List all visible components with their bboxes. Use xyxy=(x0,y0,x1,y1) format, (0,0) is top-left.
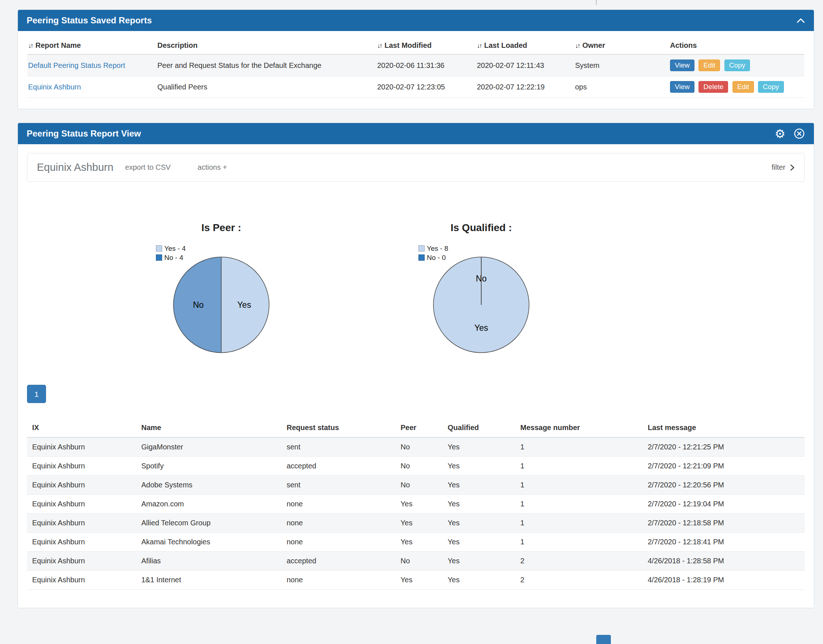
cell-peer: No xyxy=(395,437,443,457)
cell-ix: Equinix Ashburn xyxy=(27,495,136,514)
cell-name: Allied Telecom Group xyxy=(136,514,282,533)
filter-toggle[interactable]: filter xyxy=(771,163,795,172)
col-actions: Actions xyxy=(669,38,805,54)
view-button[interactable]: View xyxy=(670,60,694,71)
cell-ix: Equinix Ashburn xyxy=(27,570,136,590)
cell-message-number: 1 xyxy=(515,495,643,514)
report-view-title: Peering Status Report View xyxy=(27,129,766,139)
svg-text:Yes: Yes xyxy=(238,300,251,310)
actions-dropdown[interactable]: actions + xyxy=(198,163,227,172)
sort-icon: ↓↑ xyxy=(575,42,579,49)
cell-request-status: sent xyxy=(282,476,395,495)
svg-text:No: No xyxy=(193,300,203,310)
col-label: Report Name xyxy=(35,41,81,49)
report-owner: System xyxy=(574,54,669,76)
saved-report-row: Default Peering Status Report Peer and R… xyxy=(28,54,805,76)
col-last-loaded[interactable]: ↓↑Last Loaded xyxy=(476,38,574,54)
gear-icon[interactable]: ⚙ xyxy=(774,128,785,140)
results-header-row: IX Name Request status Peer Qualified Me… xyxy=(27,419,805,437)
copy-button[interactable]: Copy xyxy=(725,60,750,71)
report-link[interactable]: Equinix Ashburn xyxy=(28,83,81,91)
cell-last-message: 2/7/2020 - 12:18:58 PM xyxy=(643,514,805,533)
col-label: Last Loaded xyxy=(484,41,527,49)
col-qualified: Qualified xyxy=(443,419,515,437)
cell-name: 1&1 Internet xyxy=(136,570,282,590)
cell-qualified: Yes xyxy=(443,533,515,552)
col-label: Owner xyxy=(582,41,605,49)
col-label: Actions xyxy=(670,41,697,49)
collapse-chevron-up-icon[interactable] xyxy=(796,18,805,23)
legend-swatch xyxy=(418,245,425,251)
col-last-modified[interactable]: ↓↑Last Modified xyxy=(377,38,476,54)
results-table: IX Name Request status Peer Qualified Me… xyxy=(27,419,805,590)
filter-label: filter xyxy=(771,163,785,172)
edge-artifact-line xyxy=(596,0,597,5)
close-icon[interactable] xyxy=(794,128,805,140)
cell-message-number: 1 xyxy=(515,514,643,533)
partial-button-artifact[interactable] xyxy=(596,635,611,644)
cell-last-message: 2/7/2020 - 12:19:04 PM xyxy=(643,495,805,514)
legend-swatch xyxy=(418,255,425,261)
edit-button[interactable]: Edit xyxy=(733,81,754,93)
cell-ix: Equinix Ashburn xyxy=(27,457,136,476)
saved-reports-panel: Peering Status Saved Reports ↓↑Report Na… xyxy=(17,9,814,109)
cell-peer: No xyxy=(395,457,443,476)
report-last-loaded: 2020-02-07 12:11:43 xyxy=(476,54,574,76)
cell-message-number: 2 xyxy=(515,570,643,590)
report-last-modified: 2020-02-06 11:31:36 xyxy=(377,54,476,76)
sort-icon: ↓↑ xyxy=(377,42,382,49)
saved-reports-header: Peering Status Saved Reports xyxy=(18,10,814,31)
cell-last-message: 2/7/2020 - 12:18:41 PM xyxy=(643,533,805,552)
pie-chart-is-qualified: YesNo xyxy=(428,252,534,358)
report-view-body: Equinix Ashburn export to CSV actions + … xyxy=(18,144,814,608)
cell-request-status: none xyxy=(282,570,395,590)
col-name: Name xyxy=(136,419,282,437)
pie-title-is-qualified: Is Qualified : xyxy=(372,222,591,234)
cell-qualified: Yes xyxy=(443,552,515,570)
page: Peering Status Saved Reports ↓↑Report Na… xyxy=(0,0,823,608)
cell-qualified: Yes xyxy=(443,514,515,533)
cell-qualified: Yes xyxy=(443,476,515,495)
sort-icon: ↓↑ xyxy=(28,42,32,49)
report-owner: ops xyxy=(574,76,669,98)
report-description: Peer and Request Status for the Default … xyxy=(156,54,377,76)
cell-qualified: Yes xyxy=(443,437,515,457)
cell-last-message: 4/26/2018 - 1:28:19 PM xyxy=(643,570,805,590)
cell-request-status: accepted xyxy=(282,552,395,570)
report-view-header: Peering Status Report View ⚙ xyxy=(18,123,814,144)
result-row: Equinix Ashburn GigaMonster sent No Yes … xyxy=(27,437,805,457)
copy-button[interactable]: Copy xyxy=(758,81,783,93)
col-report-name[interactable]: ↓↑Report Name xyxy=(28,38,156,54)
cell-last-message: 4/26/2018 - 1:28:58 PM xyxy=(643,552,805,570)
legend-swatch xyxy=(156,245,162,251)
report-toolbar: Equinix Ashburn export to CSV actions + … xyxy=(27,153,805,182)
col-label: Description xyxy=(157,41,198,49)
legend-swatch xyxy=(156,255,162,261)
col-owner[interactable]: ↓↑Owner xyxy=(574,38,669,54)
delete-button[interactable]: Delete xyxy=(699,81,728,93)
cell-last-message: 2/7/2020 - 12:21:09 PM xyxy=(643,457,805,476)
export-csv-link[interactable]: export to CSV xyxy=(125,163,171,172)
cell-ix: Equinix Ashburn xyxy=(27,552,136,570)
cell-name: Amazon.com xyxy=(136,495,282,514)
cell-peer: Yes xyxy=(395,495,443,514)
edit-button[interactable]: Edit xyxy=(699,60,720,71)
chevron-right-icon xyxy=(790,164,795,172)
pagination-page-1[interactable]: 1 xyxy=(27,385,46,403)
cell-message-number: 1 xyxy=(515,533,643,552)
report-link[interactable]: Default Peering Status Report xyxy=(28,61,125,69)
saved-reports-table: ↓↑Report Name Description ↓↑Last Modifie… xyxy=(28,38,805,98)
cell-request-status: sent xyxy=(282,437,395,457)
cell-name: Spotify xyxy=(136,457,282,476)
cell-request-status: accepted xyxy=(282,457,395,476)
cell-ix: Equinix Ashburn xyxy=(27,476,136,495)
report-view-panel: Peering Status Report View ⚙ Equinix Ash… xyxy=(17,123,814,608)
result-row: Equinix Ashburn Amazon.com none Yes Yes … xyxy=(27,495,805,514)
col-description: Description xyxy=(156,38,377,54)
cell-name: Afilias xyxy=(136,552,282,570)
col-request-status: Request status xyxy=(282,419,395,437)
view-button[interactable]: View xyxy=(670,81,694,93)
cell-name: Akamai Technologies xyxy=(136,533,282,552)
cell-message-number: 1 xyxy=(515,437,643,457)
cell-last-message: 2/7/2020 - 12:20:56 PM xyxy=(643,476,805,495)
